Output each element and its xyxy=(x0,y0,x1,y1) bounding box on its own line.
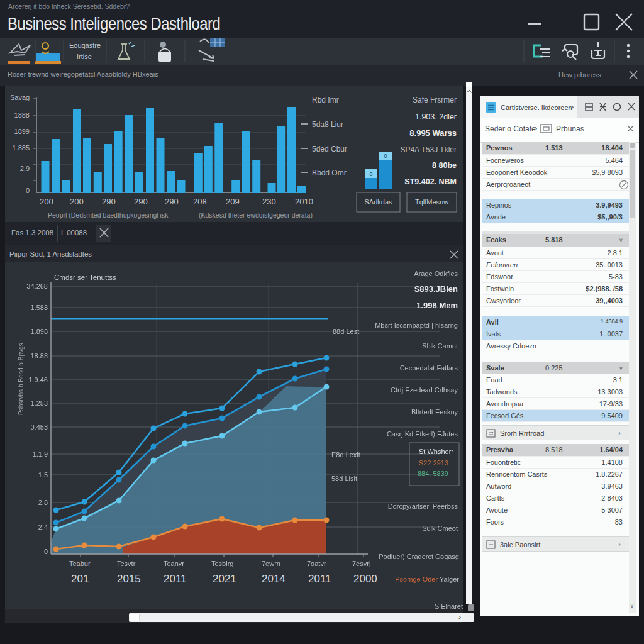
svg-text:0: 0 xyxy=(369,171,372,177)
